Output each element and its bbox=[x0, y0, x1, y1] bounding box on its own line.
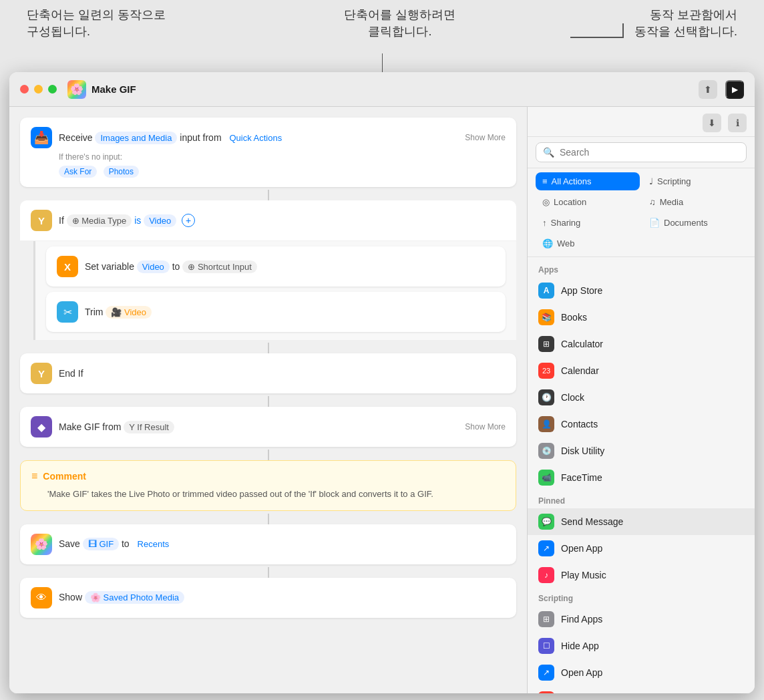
app-icon: 🌸 bbox=[67, 80, 86, 99]
action-open-app-2[interactable]: ↗ Open App bbox=[528, 659, 755, 686]
fullscreen-button[interactable] bbox=[48, 85, 57, 94]
add-condition-button[interactable]: + bbox=[182, 214, 195, 227]
show-icon: 👁 bbox=[31, 587, 52, 608]
if-condition-text: If ⊕ Media Type is Video + bbox=[59, 214, 506, 227]
save-block: 🌸 Save 🎞 GIF to Recents bbox=[20, 524, 516, 564]
show-text: Show 🌸 Saved Photo Media bbox=[59, 591, 506, 604]
books-label: Books bbox=[561, 312, 587, 323]
share-button[interactable]: ⬆ bbox=[699, 80, 717, 99]
main-window: 🌸 Make GIF ⬆ ▶ 📥 Receive Images and Medi… bbox=[9, 72, 755, 693]
action-open-app[interactable]: ↗ Open App bbox=[528, 535, 755, 562]
clock-label: Clock bbox=[561, 392, 584, 403]
search-input[interactable] bbox=[560, 147, 739, 158]
action-play-music[interactable]: ♪ Play Music bbox=[528, 562, 755, 588]
title-actions: ⬆ ▶ bbox=[699, 80, 744, 99]
apps-section-header: Apps bbox=[528, 260, 755, 277]
scripting-icon: ♩ bbox=[649, 176, 653, 186]
comment-icon: ≡ bbox=[31, 470, 37, 482]
action-calculator[interactable]: ⊞ Calculator bbox=[528, 331, 755, 357]
tab-all-actions[interactable]: ≡ All Actions bbox=[536, 172, 640, 190]
receive-block: 📥 Receive Images and Media input from Qu… bbox=[20, 118, 516, 187]
minimize-button[interactable] bbox=[34, 85, 43, 94]
actions-toolbar: ⬇ ℹ bbox=[528, 107, 755, 137]
category-tabs: ≡ All Actions ♩ Scripting ◎ Location ♫ M… bbox=[528, 168, 755, 257]
media-icon: ♫ bbox=[649, 197, 656, 207]
play-music-icon: ♪ bbox=[538, 567, 554, 583]
make-gif-icon: ◆ bbox=[31, 416, 52, 437]
add-to-shortcuts-button[interactable]: ⬇ bbox=[703, 114, 721, 132]
close-button[interactable] bbox=[20, 85, 29, 94]
action-find-apps[interactable]: ⊞ Find Apps bbox=[528, 606, 755, 633]
action-contacts[interactable]: 👤 Contacts bbox=[528, 411, 755, 437]
tab-scripting[interactable]: ♩ Scripting bbox=[642, 172, 747, 190]
clock-icon: 🕐 bbox=[538, 389, 554, 405]
tab-web[interactable]: 🌐 Web bbox=[536, 234, 640, 252]
if-block-header: Y If ⊕ Media Type is Video + bbox=[20, 200, 516, 241]
pinned-section-header: Pinned bbox=[528, 491, 755, 508]
comment-header: ≡ Comment bbox=[31, 470, 505, 482]
find-apps-label: Find Apps bbox=[561, 614, 602, 625]
contacts-label: Contacts bbox=[561, 419, 598, 429]
tab-media[interactable]: ♫ Media bbox=[642, 193, 747, 211]
comment-text: 'Make GIF' takes the Live Photo or trimm… bbox=[47, 488, 505, 501]
receive-show-more[interactable]: Show More bbox=[465, 133, 506, 142]
make-gif-text: Make GIF from Y If Result bbox=[59, 421, 458, 433]
connector-1 bbox=[268, 190, 269, 200]
books-icon: 📚 bbox=[538, 309, 554, 325]
tooltip-center: 단축어를 실행하려면 클릭합니다. bbox=[344, 7, 455, 67]
action-app-store[interactable]: A App Store bbox=[528, 277, 755, 304]
connector-3 bbox=[268, 396, 269, 407]
make-gif-show-more[interactable]: Show More bbox=[465, 422, 506, 431]
connector-2 bbox=[268, 343, 269, 353]
hide-app-icon: ☐ bbox=[538, 638, 554, 654]
save-text: Save 🎞 GIF to Recents bbox=[59, 538, 506, 550]
calendar-label: Calendar bbox=[561, 365, 599, 376]
connector-6 bbox=[268, 567, 269, 578]
action-hide-app[interactable]: ☐ Hide App bbox=[528, 633, 755, 659]
content-area: 📥 Receive Images and Media input from Qu… bbox=[9, 107, 755, 693]
action-send-message[interactable]: 💬 Send Message bbox=[528, 508, 755, 535]
show-block: 👁 Show 🌸 Saved Photo Media bbox=[20, 578, 516, 618]
tab-documents[interactable]: 📄 Documents bbox=[642, 214, 747, 232]
app-store-icon: A bbox=[538, 283, 554, 299]
info-button[interactable]: ℹ bbox=[728, 114, 747, 132]
action-quit-app[interactable]: ✕ Quit App bbox=[528, 686, 755, 693]
calculator-label: Calculator bbox=[561, 339, 603, 349]
play-music-label: Play Music bbox=[561, 570, 606, 580]
action-disk-utility[interactable]: 💿 Disk Utility bbox=[528, 437, 755, 464]
if-no-input-label: If there's no input: bbox=[59, 152, 506, 162]
action-facetime[interactable]: 📹 FaceTime bbox=[528, 464, 755, 491]
window-title: Make GIF bbox=[91, 83, 699, 95]
web-label: Web bbox=[557, 238, 575, 248]
web-icon: 🌐 bbox=[542, 238, 553, 248]
find-apps-icon: ⊞ bbox=[538, 611, 554, 627]
search-bar: 🔍 bbox=[528, 137, 755, 168]
if-block: Y If ⊕ Media Type is Video + X Set varia… bbox=[20, 200, 516, 340]
trim-text: Trim 🎥 Video bbox=[85, 306, 495, 319]
facetime-icon: 📹 bbox=[538, 470, 554, 486]
scripting-section-header: Scripting bbox=[528, 588, 755, 606]
set-variable-block: X Set variable Video to ⊕ Shortcut Input bbox=[46, 246, 506, 287]
action-calendar[interactable]: 23 Calendar bbox=[528, 357, 755, 384]
connector-4 bbox=[268, 450, 269, 460]
open-app-icon: ↗ bbox=[538, 540, 554, 556]
if-block-children: X Set variable Video to ⊕ Shortcut Input… bbox=[33, 241, 516, 340]
if-no-input-tags: Ask For Photos bbox=[59, 166, 506, 178]
end-if-icon: Y bbox=[31, 363, 52, 384]
open-app-label: Open App bbox=[561, 543, 602, 554]
end-if-block: Y End If bbox=[20, 353, 516, 393]
documents-label: Documents bbox=[664, 218, 708, 228]
tooltip-left: 단축어는 일련의 동작으로 구성됩니다. bbox=[27, 7, 166, 67]
disk-utility-label: Disk Utility bbox=[561, 446, 604, 456]
action-books[interactable]: 📚 Books bbox=[528, 304, 755, 331]
all-actions-label: All Actions bbox=[552, 176, 592, 186]
action-clock[interactable]: 🕐 Clock bbox=[528, 384, 755, 411]
tab-location[interactable]: ◎ Location bbox=[536, 193, 640, 211]
tab-sharing[interactable]: ↑ Sharing bbox=[536, 214, 640, 232]
end-if-text: End If bbox=[59, 368, 506, 379]
hide-app-label: Hide App bbox=[561, 641, 599, 651]
set-variable-text: Set variable Video to ⊕ Shortcut Input bbox=[85, 260, 495, 273]
sharing-icon: ↑ bbox=[542, 218, 547, 228]
run-button[interactable]: ▶ bbox=[725, 80, 744, 99]
search-icon: 🔍 bbox=[543, 147, 554, 158]
